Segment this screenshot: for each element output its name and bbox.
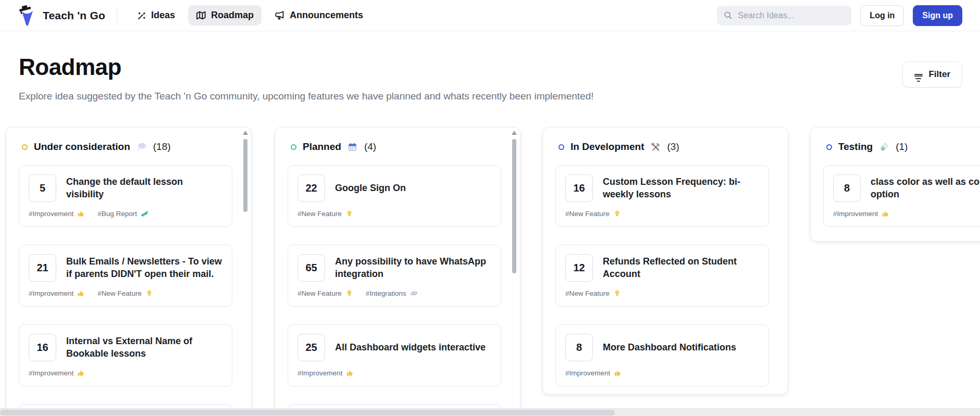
vote-count[interactable]: 8 [833,174,861,202]
idea-card[interactable]: 5 Change the default lesson visibility #… [19,165,232,227]
vote-count[interactable]: 12 [565,254,593,282]
tag-row: #Improvement [29,369,222,377]
idea-card[interactable]: 12 Refunds Reflected on Student Account … [555,245,769,307]
vote-count[interactable]: 21 [29,254,56,282]
tag-new-feature: #New Feature [565,210,621,218]
column-header: In Development (3) [559,141,775,153]
nav-item-label: Announcements [290,10,363,21]
test-tube-icon [879,142,889,152]
tag-new-feature: #New Feature [565,289,621,297]
scroll-up-arrow[interactable] [512,131,517,135]
filter-button[interactable]: Filter [902,61,962,87]
thumbs-up-icon [77,289,85,297]
bulb-icon [345,210,353,218]
vote-count[interactable]: 25 [297,334,325,361]
column-in-development: In Development (3) 16 Custom Lesson Freq… [543,128,788,394]
tag-improvement: #Improvement [565,369,622,377]
brand-logo-icon [18,5,36,27]
tag-improvement: #Improvement [29,289,85,297]
column-testing: Testing (1) 8 class color as well as cou… [811,128,980,241]
bulb-icon [613,289,621,297]
tag-row: #Improvement [833,210,980,218]
divider [117,9,117,22]
card-list: 5 Change the default lesson visibility #… [19,165,239,416]
filter-button-label: Filter [928,69,950,80]
idea-card[interactable]: 8 More Dashboard Notifications #Improvem… [555,324,769,386]
nav-item-label: Ideas [151,10,175,21]
vote-count[interactable]: 16 [29,334,56,361]
tag-row: #Improvement #New Feature [29,289,222,297]
column-title: Under consideration [34,141,130,153]
tag-row: #Improvement [297,369,491,377]
vertical-scrollbar[interactable] [511,131,517,416]
horizontal-scrollbar[interactable] [0,408,980,416]
tag-new-feature: #New Feature [297,289,353,297]
column-title: Planned [303,141,341,153]
vote-count[interactable]: 16 [565,174,593,202]
navbar: Teach 'n Go Ideas Roadmap [0,0,980,31]
card-list: 22 Google Sign On #New Feature 65 Any po… [288,165,507,416]
vertical-scrollbar[interactable] [242,131,249,416]
column-title: In Development [570,141,644,153]
tag-row: #New Feature [565,210,759,218]
horizontal-scroll-thumb[interactable] [0,410,615,415]
filter-icon [914,72,923,77]
vote-count[interactable]: 22 [297,174,325,202]
search-box[interactable] [717,6,851,26]
vote-count[interactable]: 65 [297,254,325,282]
tag-improvement: #Improvement [297,369,354,377]
card-title: Refunds Reflected on Student Account [603,256,759,281]
tag-bug-report: #Bug Report [97,210,148,218]
nav-item-ideas[interactable]: Ideas [129,5,183,26]
card-title: All Dashboard widgets interactive [335,342,486,354]
nav-item-announcements[interactable]: Announcements [267,5,371,26]
scroll-up-arrow[interactable] [243,131,248,135]
scroll-thumb[interactable] [243,139,247,212]
map-icon [196,10,206,20]
column-count: (4) [364,141,376,153]
login-button[interactable]: Log in [860,5,904,26]
nav-item-roadmap[interactable]: Roadmap [188,5,262,26]
idea-card[interactable]: 16 Custom Lesson Frequency: bi-weekly le… [555,165,769,227]
column-title: Testing [838,141,873,153]
tag-improvement: #Improvement [29,369,85,377]
scroll-thumb[interactable] [512,139,516,273]
signup-button[interactable]: Sign up [913,5,962,26]
idea-card[interactable]: 16 Internal vs External Name of Bookable… [19,324,232,386]
tag-row: #New Feature [297,210,491,218]
card-list: 16 Custom Lesson Frequency: bi-weekly le… [555,165,775,386]
idea-card[interactable]: 65 Any possibility to have WhatsApp inte… [288,245,501,307]
brand[interactable]: Teach 'n Go [18,5,105,27]
page-subtitle: Explore idea suggested by the Teach 'n G… [19,91,961,102]
tag-new-feature: #New Feature [297,210,353,218]
column-header: Under consideration (18) [22,141,239,153]
card-title: Internal vs External Name of Bookable le… [66,335,222,360]
tag-integrations: #Integrations [366,289,418,297]
thumbs-up-icon [77,210,85,218]
nav-right: Log in Sign up [717,5,962,26]
calendar-icon [348,142,358,152]
thumbs-up-icon [346,369,354,377]
bug-icon [141,210,148,218]
card-title: class color as well as course option [871,176,980,201]
status-ring [22,144,28,150]
nav-items: Ideas Roadmap Announcements [129,5,371,26]
search-input[interactable] [738,11,845,20]
tag-improvement: #Improvement [833,210,889,218]
vote-count[interactable]: 5 [29,174,56,202]
idea-card[interactable]: 25 All Dashboard widgets interactive #Im… [288,324,501,386]
nav-item-label: Roadmap [211,10,254,21]
tag-row: #Improvement #Bug Report [29,210,222,218]
page-header: Roadmap Explore idea suggested by the Te… [0,31,980,102]
status-ring [559,144,564,150]
vote-count[interactable]: 8 [565,334,593,361]
idea-card[interactable]: 21 Bulk Emails / Newsletters - To view i… [19,245,232,307]
bulb-icon [613,210,621,218]
tag-row: #Improvement [565,369,759,377]
tag-row: #New Feature #Integrations [297,289,491,297]
wand-icon [137,10,146,20]
idea-card[interactable]: 22 Google Sign On #New Feature [288,165,501,227]
card-title: Any possibility to have WhatsApp integra… [335,256,491,281]
thumbs-up-icon [77,369,85,377]
idea-card[interactable]: 8 class color as well as course option #… [823,165,980,227]
